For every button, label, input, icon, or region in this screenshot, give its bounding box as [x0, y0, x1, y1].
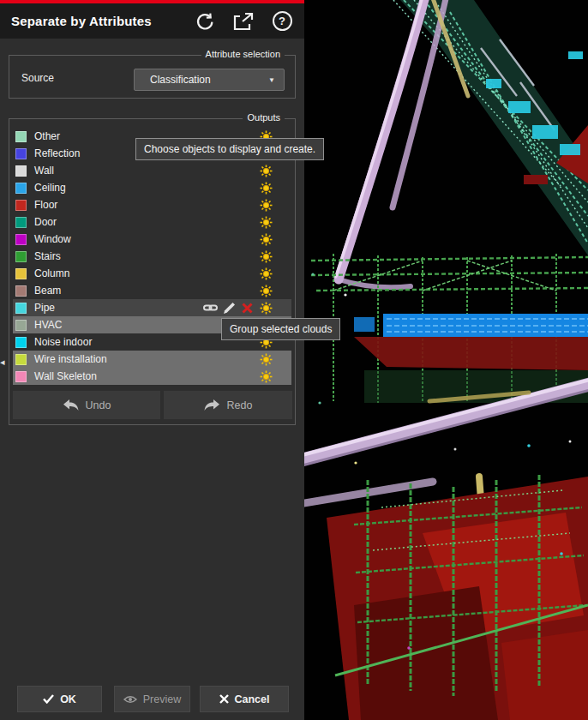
- output-row-stairs[interactable]: Stairs: [13, 248, 291, 265]
- class-color-swatch: [15, 303, 27, 314]
- class-color-swatch: [15, 354, 27, 365]
- row-right: [260, 199, 273, 212]
- class-color-swatch: [15, 217, 27, 228]
- row-right: [260, 267, 273, 280]
- cancel-button[interactable]: Cancel: [200, 686, 289, 712]
- outputs-list: Other Reflection Wall: [13, 128, 291, 385]
- redo-arrow-icon: [204, 399, 220, 411]
- preview-button[interactable]: Preview: [114, 686, 190, 712]
- x-icon: [219, 694, 229, 704]
- outputs-group: Outputs Other Reflection Wall: [9, 118, 296, 425]
- sun-visibility-icon[interactable]: [260, 165, 273, 177]
- output-row-column[interactable]: Column: [13, 265, 291, 282]
- class-label: Door: [34, 216, 57, 228]
- class-color-swatch: [15, 268, 27, 279]
- link-group-icon[interactable]: [203, 303, 218, 313]
- tooltip-group: Group selected clouds: [221, 318, 340, 340]
- class-color-swatch: [15, 131, 27, 142]
- pointcloud-viewport[interactable]: [304, 0, 588, 720]
- class-label: Floor: [34, 199, 57, 211]
- ok-button[interactable]: OK: [17, 686, 102, 712]
- panel-titlebar: Separate by Attributes ?: [0, 3, 304, 39]
- scene-blue-band: [354, 314, 588, 337]
- class-color-swatch: [15, 285, 27, 297]
- output-row-wire-installation[interactable]: Wire installation: [13, 351, 291, 368]
- output-row-door[interactable]: Door: [13, 213, 291, 231]
- class-label: Noise indoor: [34, 336, 92, 348]
- class-color-swatch: [15, 320, 27, 331]
- undo-button[interactable]: Undo: [13, 391, 160, 419]
- class-label: Other: [34, 130, 60, 142]
- class-color-swatch: [15, 337, 27, 348]
- sun-visibility-icon[interactable]: [260, 353, 273, 366]
- app-window: Separate by Attributes ? Attribute selec…: [0, 0, 588, 720]
- panel-title: Separate by Attributes: [11, 14, 152, 28]
- separate-by-attributes-panel: Separate by Attributes ? Attribute selec…: [0, 0, 304, 720]
- eye-icon: [123, 695, 137, 704]
- output-row-beam[interactable]: Beam: [13, 282, 291, 299]
- tooltip-display: Choose objects to display and create.: [135, 138, 324, 160]
- sun-visibility-icon[interactable]: [260, 302, 273, 315]
- undo-label: Undo: [86, 399, 111, 411]
- row-tools: [203, 302, 253, 314]
- row-right: [260, 216, 273, 229]
- sun-visibility-icon[interactable]: [260, 267, 273, 280]
- class-label: Wire installation: [34, 353, 107, 365]
- output-row-window[interactable]: Window: [13, 231, 291, 248]
- attribute-selection-group: Attribute selection Source Classificatio…: [9, 55, 296, 99]
- class-color-swatch: [15, 200, 27, 211]
- class-color-swatch: [15, 183, 27, 194]
- source-label: Source: [21, 72, 54, 84]
- titlebar-icons: ?: [194, 10, 293, 33]
- ok-label: OK: [60, 693, 76, 705]
- attribute-selection-label: Attribute selection: [201, 49, 285, 59]
- source-dropdown[interactable]: Classification ▼: [134, 69, 285, 91]
- class-label: Beam: [34, 285, 61, 297]
- scene-red-floor: [327, 477, 588, 720]
- class-color-swatch: [15, 234, 27, 245]
- class-label: Stairs: [34, 250, 61, 262]
- output-row-pipe[interactable]: Pipe: [13, 299, 291, 316]
- output-row-floor[interactable]: Floor: [13, 196, 291, 213]
- sun-visibility-icon[interactable]: [260, 250, 273, 263]
- sun-visibility-icon[interactable]: [260, 199, 273, 212]
- class-label: Ceiling: [34, 182, 66, 194]
- class-color-swatch: [15, 371, 27, 382]
- sun-visibility-icon[interactable]: [260, 216, 273, 229]
- row-right: [260, 233, 273, 246]
- help-icon[interactable]: ?: [271, 10, 293, 33]
- edit-pencil-icon[interactable]: [224, 302, 236, 314]
- sun-visibility-icon[interactable]: [260, 370, 273, 383]
- sun-visibility-icon[interactable]: [260, 233, 273, 246]
- redo-label: Redo: [227, 399, 253, 411]
- output-row-wall-skeleton[interactable]: Wall Skeleton: [13, 368, 291, 385]
- class-color-swatch: [15, 165, 27, 177]
- class-label: Pipe: [34, 302, 55, 314]
- class-label: HVAC: [34, 319, 62, 331]
- class-color-swatch: [15, 148, 27, 159]
- open-export-icon[interactable]: [232, 10, 255, 33]
- class-label: Column: [34, 267, 69, 279]
- row-right: [203, 302, 273, 315]
- output-row-wall[interactable]: Wall: [13, 162, 291, 179]
- chevron-down-icon: ▼: [268, 76, 275, 84]
- row-right: [260, 353, 273, 366]
- class-label: Wall Skeleton: [34, 370, 97, 382]
- row-right: [260, 370, 273, 383]
- delete-x-icon[interactable]: [242, 303, 253, 314]
- outputs-label: Outputs: [243, 112, 285, 123]
- redo-button[interactable]: Redo: [164, 391, 292, 419]
- collapse-left-arrow-icon[interactable]: ◂: [0, 353, 9, 370]
- row-right: [260, 250, 273, 263]
- question-mark-icon: ?: [273, 11, 292, 31]
- class-label: Wall: [34, 165, 54, 177]
- output-row-ceiling[interactable]: Ceiling: [13, 179, 291, 196]
- sun-visibility-icon[interactable]: [260, 182, 273, 195]
- sun-visibility-icon[interactable]: [260, 285, 273, 297]
- reset-view-icon[interactable]: [194, 10, 216, 33]
- row-right: [260, 285, 273, 297]
- undo-arrow-icon: [63, 399, 79, 411]
- source-dropdown-value: Classification: [150, 74, 211, 86]
- check-icon: [43, 694, 54, 704]
- row-right: [260, 182, 273, 195]
